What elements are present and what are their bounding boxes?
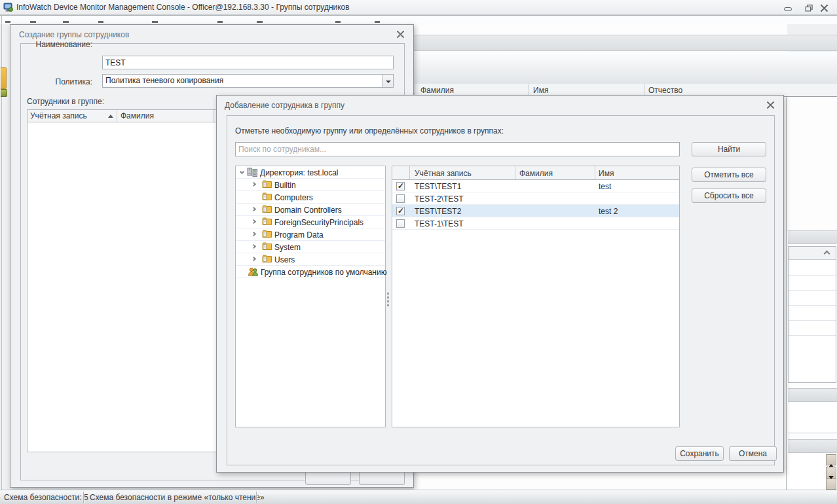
uncheck-all-button[interactable]: Сбросить все: [692, 189, 766, 203]
employees-col-name[interactable]: Имя: [599, 169, 614, 178]
tree-item-label[interactable]: Группа сотрудников по умолчанию: [261, 268, 387, 277]
right-panel-band: [788, 388, 837, 402]
row-checkbox[interactable]: ✓: [396, 207, 405, 215]
chevron-down-icon: [386, 81, 391, 83]
tree-item-domain-controllers[interactable]: Domain Controllers: [236, 204, 385, 216]
column-divider[interactable]: [117, 110, 117, 122]
tree-item-users[interactable]: Users: [236, 253, 385, 266]
tree-item-label[interactable]: Domain Controllers: [274, 206, 342, 215]
menu-fragment: [63, 21, 69, 23]
dialog-save-button[interactable]: [305, 471, 351, 485]
scroll-down-button[interactable]: [826, 478, 836, 490]
tree-item-label[interactable]: ForeignSecurityPrincipals: [274, 218, 363, 227]
window-title: InfoWatch Device Monitor Management Cons…: [16, 3, 350, 12]
tree-item-computers[interactable]: Computers: [236, 191, 385, 204]
close-dialog-icon[interactable]: [396, 30, 405, 39]
chevron-collapsed-icon[interactable]: [251, 244, 256, 249]
splitter-handle[interactable]: [387, 293, 389, 295]
close-dialog-icon[interactable]: [766, 101, 775, 109]
scroll-up-button[interactable]: [826, 454, 836, 465]
employee-row[interactable]: TEST-2\TEST: [392, 192, 679, 205]
employee-search-input[interactable]: [235, 142, 680, 156]
save-button[interactable]: Сохранить: [675, 446, 724, 461]
row-checkbox[interactable]: [396, 219, 405, 228]
employee-row[interactable]: ✓ TEST\TEST2 test 2: [392, 205, 679, 217]
chevron-collapsed-icon[interactable]: [251, 182, 256, 187]
sort-ascending-icon: [108, 115, 113, 118]
column-divider[interactable]: [595, 166, 595, 179]
tree-item-label[interactable]: Builtin: [274, 181, 296, 190]
chevron-collapsed-icon[interactable]: [251, 232, 256, 236]
main-col-name[interactable]: Имя: [533, 86, 548, 95]
chevron-collapsed-icon[interactable]: [251, 219, 256, 224]
splitter-handle[interactable]: [387, 300, 389, 302]
members-col-surname[interactable]: Фамилия: [121, 111, 154, 120]
tree-item-label[interactable]: System: [274, 243, 301, 252]
menu-fragment: [375, 21, 380, 23]
restore-icon[interactable]: [805, 5, 813, 12]
employees-table-header: Учётная запись Фамилия Имя: [392, 166, 680, 180]
employee-group-icon: [248, 267, 259, 276]
row-divider: [789, 275, 836, 276]
folder-icon: [262, 180, 272, 189]
tree-item-label[interactable]: Program Data: [274, 230, 324, 240]
cancel-button[interactable]: Отмена: [729, 446, 777, 461]
menu-fragment: [257, 21, 263, 23]
main-col-surname[interactable]: Фамилия: [420, 86, 454, 95]
find-button[interactable]: Найти: [692, 142, 766, 156]
row-checkbox[interactable]: [396, 194, 405, 203]
column-divider[interactable]: [409, 166, 410, 179]
tree-item-default-group[interactable]: Группа сотрудников по умолчанию: [236, 266, 385, 278]
group-name-input[interactable]: [102, 56, 394, 69]
chevron-collapsed-icon[interactable]: [251, 207, 256, 211]
folder-icon: [262, 205, 272, 213]
folder-icon: [262, 255, 272, 263]
minimize-icon[interactable]: [784, 7, 792, 11]
tree-item-foreign-security-principals[interactable]: ForeignSecurityPrincipals: [236, 216, 385, 228]
chevron-expanded-icon[interactable]: [240, 170, 244, 174]
add-employee-dialog: Добавление сотрудника в группу Отметьте …: [216, 95, 784, 473]
tree-item-label[interactable]: Директория: test.local: [260, 168, 339, 177]
close-window-icon[interactable]: [820, 4, 828, 12]
combo-dropdown-button[interactable]: [382, 75, 393, 87]
right-panel-band: [788, 230, 837, 244]
folder-icon: [262, 192, 272, 201]
right-panel-section: [788, 403, 837, 433]
splitter-handle[interactable]: [387, 304, 389, 306]
policy-value: Политика теневого копирования: [105, 76, 223, 85]
name-label: Наименование:: [27, 40, 92, 49]
row-divider: [789, 335, 836, 336]
tree-item-system[interactable]: System: [236, 241, 385, 253]
tree-item-label[interactable]: Computers: [274, 193, 313, 202]
column-divider[interactable]: [214, 110, 214, 122]
cell-account: TEST\TEST2: [415, 207, 461, 216]
app-icon: [3, 3, 13, 12]
tree-item-root[interactable]: Директория: test.local: [236, 166, 385, 179]
check-all-button[interactable]: Отметить все: [692, 168, 766, 182]
splitter-handle[interactable]: [387, 297, 389, 298]
directory-icon: [247, 168, 258, 177]
collapse-icon[interactable]: [824, 251, 830, 257]
members-col-account[interactable]: Учётная запись: [30, 111, 87, 120]
chevron-collapsed-icon[interactable]: [251, 257, 256, 261]
policy-combobox[interactable]: Политика теневого копирования: [102, 74, 394, 88]
row-checkbox[interactable]: ✓: [396, 182, 405, 190]
tree-item-label[interactable]: Users: [274, 255, 295, 264]
tree-item-program-data[interactable]: Program Data: [236, 228, 385, 241]
status-security-schema: Схема безопасности: 5: [4, 493, 88, 502]
dialog-cancel-button[interactable]: [359, 471, 405, 485]
tree-item-builtin[interactable]: Builtin: [236, 179, 385, 191]
employees-table: Учётная запись Фамилия Имя ✓ TEST\TEST1 …: [392, 166, 680, 427]
employee-row[interactable]: TEST-1\TEST: [392, 217, 679, 230]
status-bar: Схема безопасности: 5 Схема безопасности…: [0, 490, 837, 504]
main-col-patronymic[interactable]: Отчество: [648, 86, 682, 95]
group-icon: [1, 89, 7, 97]
directory-tree: Директория: test.local Builtin Computers: [235, 166, 386, 427]
employees-col-surname[interactable]: Фамилия: [519, 169, 553, 178]
status-divider: [256, 492, 257, 503]
menu-bar: [0, 15, 837, 24]
column-divider[interactable]: [515, 166, 515, 179]
employees-col-account[interactable]: Учётная запись: [415, 169, 472, 178]
employee-row[interactable]: ✓ TEST\TEST1 test: [392, 180, 679, 192]
policy-label: Политика:: [27, 77, 92, 86]
